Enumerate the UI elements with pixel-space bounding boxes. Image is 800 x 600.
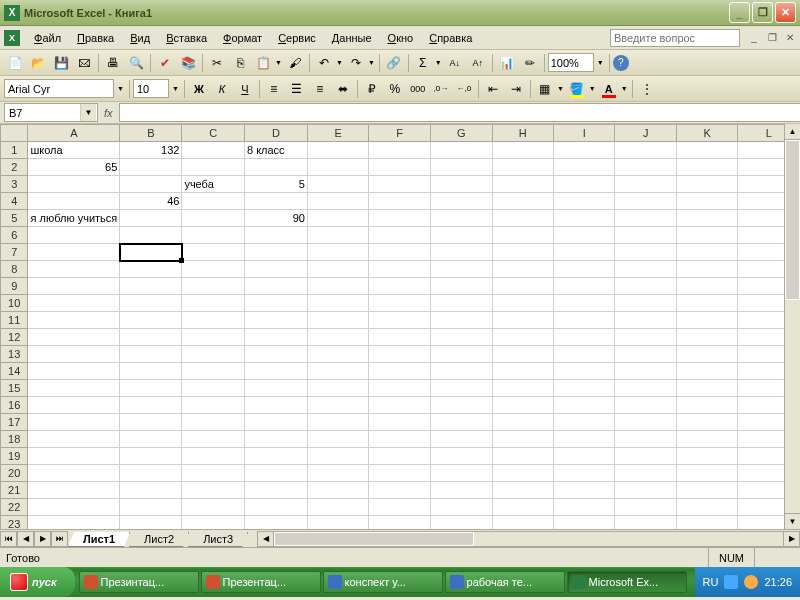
cell-F10[interactable]	[369, 295, 431, 312]
col-header-B[interactable]: B	[120, 125, 182, 142]
cell-B10[interactable]	[120, 295, 182, 312]
row-header-13[interactable]: 13	[1, 346, 28, 363]
toolbar-options-icon[interactable]: ⋮	[636, 78, 658, 100]
cell-C9[interactable]	[182, 278, 245, 295]
cell-B15[interactable]	[120, 380, 182, 397]
copy-icon[interactable]: ⎘	[229, 52, 251, 74]
cell-C14[interactable]	[182, 363, 245, 380]
cell-I11[interactable]	[554, 312, 615, 329]
cell-J16[interactable]	[615, 397, 676, 414]
name-box[interactable]: ▼	[4, 103, 98, 122]
cell-C4[interactable]	[182, 193, 245, 210]
decrease-decimal-icon[interactable]: ←,0	[453, 78, 475, 100]
cell-E3[interactable]	[307, 176, 369, 193]
cell-F15[interactable]	[369, 380, 431, 397]
sheet-nav-prev-icon[interactable]: ◀	[17, 531, 34, 547]
cell-I22[interactable]	[554, 499, 615, 516]
cell-K20[interactable]	[676, 465, 738, 482]
cell-C20[interactable]	[182, 465, 245, 482]
cell-B13[interactable]	[120, 346, 182, 363]
cell-E21[interactable]	[307, 482, 369, 499]
cell-K17[interactable]	[676, 414, 738, 431]
cell-A18[interactable]	[28, 431, 120, 448]
cell-F16[interactable]	[369, 397, 431, 414]
cell-F17[interactable]	[369, 414, 431, 431]
save-icon[interactable]: 💾	[50, 52, 72, 74]
cell-I7[interactable]	[554, 244, 615, 261]
cell-H15[interactable]	[492, 380, 554, 397]
cell-J5[interactable]	[615, 210, 676, 227]
cell-B17[interactable]	[120, 414, 182, 431]
cell-D20[interactable]	[244, 465, 307, 482]
cell-E8[interactable]	[307, 261, 369, 278]
underline-icon[interactable]: Ч	[234, 78, 256, 100]
cell-H9[interactable]	[492, 278, 554, 295]
cell-E7[interactable]	[307, 244, 369, 261]
cell-I21[interactable]	[554, 482, 615, 499]
cell-D15[interactable]	[244, 380, 307, 397]
cell-A20[interactable]	[28, 465, 120, 482]
cell-G15[interactable]	[430, 380, 492, 397]
cell-E16[interactable]	[307, 397, 369, 414]
cell-C8[interactable]	[182, 261, 245, 278]
cell-G7[interactable]	[430, 244, 492, 261]
cell-J4[interactable]	[615, 193, 676, 210]
sheet-nav-last-icon[interactable]: ⏭	[51, 531, 68, 547]
cell-H12[interactable]	[492, 329, 554, 346]
cell-K19[interactable]	[676, 448, 738, 465]
cell-C5[interactable]	[182, 210, 245, 227]
ask-question-input[interactable]	[610, 29, 740, 47]
col-header-A[interactable]: A	[28, 125, 120, 142]
maximize-button[interactable]: ❐	[752, 2, 773, 23]
col-header-D[interactable]: D	[244, 125, 307, 142]
cell-E17[interactable]	[307, 414, 369, 431]
cell-I14[interactable]	[554, 363, 615, 380]
row-header-4[interactable]: 4	[1, 193, 28, 210]
cell-A22[interactable]	[28, 499, 120, 516]
cell-G9[interactable]	[430, 278, 492, 295]
cell-G12[interactable]	[430, 329, 492, 346]
cell-I23[interactable]	[554, 516, 615, 530]
cell-I20[interactable]	[554, 465, 615, 482]
cell-A6[interactable]	[28, 227, 120, 244]
cell-A13[interactable]	[28, 346, 120, 363]
cell-B2[interactable]	[120, 159, 182, 176]
drawing-icon[interactable]: ✏	[519, 52, 541, 74]
excel-doc-icon[interactable]: X	[4, 30, 20, 46]
cell-K12[interactable]	[676, 329, 738, 346]
cell-I16[interactable]	[554, 397, 615, 414]
vertical-scrollbar[interactable]: ▲ ▼	[784, 124, 800, 529]
print-preview-icon[interactable]: 🔍	[125, 52, 147, 74]
increase-decimal-icon[interactable]: ,0→	[430, 78, 452, 100]
cell-I19[interactable]	[554, 448, 615, 465]
percent-icon[interactable]: %	[384, 78, 406, 100]
cell-A21[interactable]	[28, 482, 120, 499]
row-header-12[interactable]: 12	[1, 329, 28, 346]
cell-A16[interactable]	[28, 397, 120, 414]
cell-E2[interactable]	[307, 159, 369, 176]
size-dropdown-icon[interactable]: ▼	[170, 85, 181, 92]
close-button[interactable]: ✕	[775, 2, 796, 23]
cell-H16[interactable]	[492, 397, 554, 414]
cell-I4[interactable]	[554, 193, 615, 210]
row-header-14[interactable]: 14	[1, 363, 28, 380]
cell-A11[interactable]	[28, 312, 120, 329]
cell-B23[interactable]	[120, 516, 182, 530]
row-header-19[interactable]: 19	[1, 448, 28, 465]
cell-D23[interactable]	[244, 516, 307, 530]
cell-C18[interactable]	[182, 431, 245, 448]
start-button[interactable]: пуск	[0, 567, 75, 597]
cell-C23[interactable]	[182, 516, 245, 530]
cell-E14[interactable]	[307, 363, 369, 380]
cell-F3[interactable]	[369, 176, 431, 193]
cell-C6[interactable]	[182, 227, 245, 244]
cell-B12[interactable]	[120, 329, 182, 346]
sheet-tab-0[interactable]: Лист2	[129, 532, 189, 547]
row-header-6[interactable]: 6	[1, 227, 28, 244]
paste-dropdown-icon[interactable]: ▼	[274, 59, 283, 66]
cell-A3[interactable]	[28, 176, 120, 193]
scroll-up-icon[interactable]: ▲	[785, 124, 800, 140]
cell-J7[interactable]	[615, 244, 676, 261]
increase-indent-icon[interactable]: ⇥	[505, 78, 527, 100]
cell-E12[interactable]	[307, 329, 369, 346]
